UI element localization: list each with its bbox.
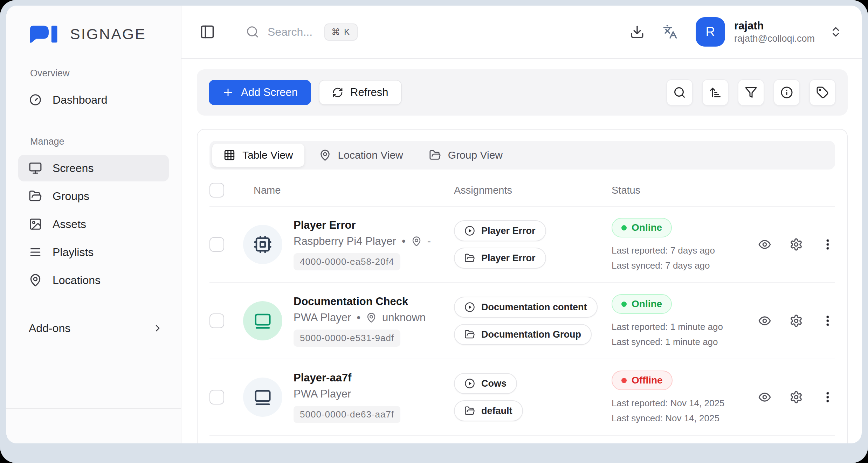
map-pin-icon (319, 149, 331, 161)
map-pin-icon (29, 274, 42, 287)
language-translate-icon[interactable] (663, 25, 677, 39)
chevron-right-icon (152, 323, 163, 334)
brand-name: SIGNAGE (70, 26, 146, 43)
download-icon[interactable] (630, 25, 645, 39)
sidebar-item-label: Dashboard (53, 94, 108, 106)
settings-gear-icon[interactable] (790, 391, 803, 404)
select-all-checkbox[interactable] (209, 183, 224, 198)
device-avatar (243, 225, 282, 264)
tab-group-view[interactable]: Group View (418, 144, 514, 167)
more-vertical-icon[interactable] (821, 238, 834, 251)
sidebar-item-assets[interactable]: Assets (18, 211, 169, 237)
sidebar-toggle-icon[interactable] (200, 24, 215, 40)
cpu-icon (253, 235, 272, 254)
window-frame: SIGNAGE Overview Dashboard Manage Screen… (0, 0, 868, 463)
folder-open-icon (29, 189, 42, 203)
settings-gear-icon[interactable] (790, 314, 803, 327)
player-type: Raspberry Pi4 Player (294, 235, 396, 248)
table-row: Player-aa7f PWA Player • 5000-0000-de63-… (209, 359, 835, 436)
table-header: Name Assignments Status (209, 174, 835, 207)
user-name: rajath (734, 19, 815, 33)
screen-location: - (427, 235, 431, 248)
group-pill[interactable]: Player Error (454, 248, 546, 269)
screen-name[interactable]: Documentation Check (294, 295, 408, 308)
more-vertical-icon[interactable] (821, 391, 834, 404)
refresh-button[interactable]: Refresh (319, 80, 402, 105)
search-input[interactable]: Search... ⌘ K (246, 23, 358, 41)
sidebar-item-label: Screens (53, 162, 94, 175)
status-dot-icon (621, 302, 627, 307)
player-type: PWA Player (294, 311, 351, 324)
settings-gear-icon[interactable] (790, 238, 803, 251)
folder-open-icon (464, 406, 475, 416)
playlist-pill[interactable]: Player Error (454, 220, 546, 241)
plus-icon (222, 87, 234, 98)
search-table-button[interactable] (666, 79, 693, 106)
dot-separator: • (357, 311, 360, 324)
folder-open-icon (464, 253, 475, 263)
gauge-icon (29, 93, 42, 106)
status-meta: Last reported: 1 minute ago Last synced:… (612, 322, 749, 347)
last-synced: Last synced: Nov 14, 2025 (612, 413, 749, 424)
topbar: Search... ⌘ K R rajath rajath@colloqi.co… (181, 6, 862, 59)
eye-icon[interactable] (758, 238, 771, 251)
screen-id-badge: 4000-0000-ea58-20f4 (294, 253, 400, 270)
more-vertical-icon[interactable] (821, 314, 834, 327)
brand-logo: SIGNAGE (29, 23, 169, 45)
row-checkbox[interactable] (209, 237, 224, 252)
eye-icon[interactable] (758, 391, 771, 404)
tag-icon (816, 86, 829, 99)
play-circle-icon (464, 302, 475, 312)
add-screen-button[interactable]: Add Screen (209, 80, 311, 105)
last-reported: Last reported: 7 days ago (612, 245, 749, 256)
sidebar-item-playlists[interactable]: Playlists (18, 239, 169, 265)
sort-button[interactable] (702, 79, 729, 106)
row-checkbox[interactable] (209, 313, 224, 328)
sidebar-item-label: Playlists (53, 246, 94, 259)
eye-icon[interactable] (758, 314, 771, 327)
sidebar-section-manage: Manage (30, 136, 169, 147)
playlist-pill[interactable]: Cows (454, 373, 517, 394)
tab-location-view[interactable]: Location View (308, 144, 414, 167)
folder-open-icon (464, 329, 475, 340)
screens-toolbar: Add Screen Refresh (197, 69, 848, 116)
filter-icon (745, 86, 757, 99)
player-type: PWA Player (294, 388, 351, 400)
sidebar-item-groups[interactable]: Groups (18, 183, 169, 209)
info-button[interactable] (773, 79, 800, 106)
filter-button[interactable] (738, 79, 764, 106)
device-avatar (243, 378, 282, 417)
user-email: rajath@colloqi.com (734, 33, 815, 45)
table-row: Documentation Check PWA Player • unknown… (209, 283, 835, 359)
status-dot-icon (621, 225, 627, 230)
screen-subtitle: Raspberry Pi4 Player • - (294, 235, 431, 248)
sidebar-item-locations[interactable]: Locations (18, 267, 169, 293)
sidebar-item-addons[interactable]: Add-ons (18, 316, 169, 340)
tag-button[interactable] (809, 79, 836, 106)
tab-table-view[interactable]: Table View (212, 144, 304, 167)
screen-name[interactable]: Player-aa7f (294, 372, 351, 384)
user-menu[interactable]: R rajath rajath@colloqi.com (696, 17, 842, 47)
playlist-pill[interactable]: Documentation content (454, 297, 598, 318)
group-pill[interactable]: Documentation Group (454, 324, 592, 345)
search-icon (673, 86, 686, 99)
status-meta: Last reported: Nov 14, 2025 Last synced:… (612, 398, 749, 424)
status-dot-icon (621, 378, 627, 383)
laptop-icon (253, 388, 272, 407)
folder-open-icon (429, 149, 441, 161)
avatar: R (696, 17, 725, 47)
map-pin-icon (366, 312, 377, 323)
table-icon (223, 149, 235, 161)
sidebar-item-dashboard[interactable]: Dashboard (18, 87, 169, 113)
last-synced: Last synced: 1 minute ago (612, 337, 749, 347)
pisignage-logo-icon (29, 25, 67, 43)
group-pill[interactable]: default (454, 400, 523, 421)
play-circle-icon (464, 226, 475, 236)
screen-name[interactable]: Player Error (294, 219, 356, 232)
laptop-icon (253, 311, 272, 330)
row-checkbox[interactable] (209, 390, 224, 405)
list-icon (29, 246, 42, 259)
sidebar-item-screens[interactable]: Screens (18, 155, 169, 181)
chevrons-up-down-icon (829, 26, 842, 38)
sidebar: SIGNAGE Overview Dashboard Manage Screen… (6, 6, 181, 443)
